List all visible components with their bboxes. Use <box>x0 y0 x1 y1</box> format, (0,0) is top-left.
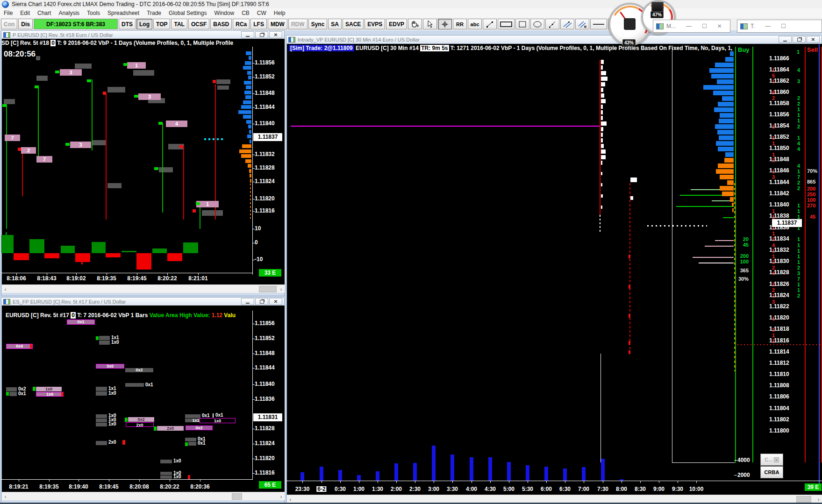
app-titlebar[interactable]: Sierra Chart 1420 Forex.cht LMAX Demo Tr… <box>0 0 822 8</box>
scroll-thumb[interactable] <box>259 286 277 292</box>
window-title: P EURUSD [C] Rev. 5t #18 Euro / US Dolla… <box>13 32 113 38</box>
menu-edit[interactable]: Edit <box>16 9 34 17</box>
tl-clock: 08:20:56 <box>4 50 36 59</box>
toolbar-button-dis[interactable]: Dis <box>18 19 33 29</box>
menu-analysis[interactable]: Analysis <box>55 9 83 17</box>
scroll-right-arrow[interactable]: › <box>815 496 822 503</box>
restore-button[interactable] <box>255 31 268 38</box>
maximize-button[interactable]: ☐ <box>702 23 707 29</box>
menu-trade[interactable]: Trade <box>143 9 165 17</box>
mini-window-icon <box>740 23 748 29</box>
close-icon[interactable]: x <box>774 457 779 462</box>
scroll-left-arrow[interactable]: ‹ <box>2 493 9 500</box>
text-tool-button[interactable]: abc <box>468 19 482 29</box>
menu-chart[interactable]: Chart <box>34 9 55 17</box>
window-title: Intrady_VP EURUSD [C] 30 Min #14 Euro / … <box>298 37 420 43</box>
crba-button[interactable]: CRBA <box>760 466 783 478</box>
close-chart-button-label: C... <box>765 457 772 462</box>
toolbar-button-sa[interactable]: SA <box>328 19 342 29</box>
menu-help[interactable]: Help <box>270 9 289 17</box>
toolbar-button-lfs[interactable]: LFS <box>250 19 267 29</box>
chart-area-18[interactable] <box>2 39 285 284</box>
trendline-tool-icon[interactable] <box>483 19 497 29</box>
rr-tool-button[interactable]: RR <box>453 19 467 29</box>
menu-spreadsheet[interactable]: Spreadsheet <box>104 9 143 17</box>
close-button[interactable]: ✕ <box>269 298 282 305</box>
window-icon <box>3 299 10 305</box>
toolbar-button-rdw[interactable]: RDW <box>288 19 307 29</box>
minimize-button[interactable] <box>241 31 254 38</box>
close-chart-button[interactable]: C...x <box>760 454 783 466</box>
hscrollbar-17: ‹ › <box>2 492 285 500</box>
r-chart-header: [Sim] Trade: 2@1.11809 EURUSD [C] 30 Min… <box>289 45 734 52</box>
scroll-left-arrow[interactable]: ‹ <box>287 496 294 503</box>
pointer-tool-icon[interactable] <box>423 19 437 29</box>
app-icon <box>2 1 9 8</box>
toolbar-button-tal[interactable]: TAL <box>171 19 187 29</box>
restore-button[interactable] <box>255 298 268 305</box>
minimize-button[interactable]: — <box>686 23 692 29</box>
minimize-button[interactable] <box>779 36 792 43</box>
scroll-right-arrow[interactable]: › <box>278 493 285 500</box>
menu-cb[interactable]: CB <box>238 9 253 17</box>
crosshair-tool-icon[interactable] <box>438 19 452 29</box>
chart-area-14[interactable] <box>287 44 822 495</box>
horizontal-line-tool-icon[interactable] <box>590 19 607 29</box>
toolbar-button-con[interactable]: Con <box>1 19 17 29</box>
rectangle-tool-icon[interactable] <box>515 19 529 29</box>
scroll-right-arrow[interactable]: › <box>278 285 285 292</box>
close-button[interactable]: ✕ <box>807 36 820 43</box>
parallel-ray-tool-icon[interactable]: R <box>575 19 589 29</box>
bl-header-box: 0 <box>71 312 76 319</box>
r-header-time-remaining: TR: 9m 5s <box>420 45 449 51</box>
close-button[interactable]: ✕ <box>269 31 282 38</box>
menu-cw[interactable]: CW <box>253 9 270 17</box>
mini-window-m[interactable]: M... — ☐ ✕ <box>653 20 730 33</box>
toolbar-button-basd[interactable]: BASD <box>210 19 232 29</box>
svg-text:R: R <box>584 25 586 28</box>
hscrollbar-18: ‹ › <box>2 284 285 293</box>
toolbar-button-rca[interactable]: RCa <box>233 19 250 29</box>
scroll-thumb[interactable] <box>232 493 242 500</box>
toolbar-button-mdw[interactable]: MDW <box>268 19 287 29</box>
rectangle-highlight-tool-icon[interactable] <box>498 19 515 29</box>
maximize-button[interactable]: ☐ <box>781 23 786 29</box>
toolbar-button-sync[interactable]: Sync <box>308 19 328 29</box>
r-header-study: T: 1271 2016-06-02 VbP - 1 Days (Volume … <box>449 45 734 51</box>
minimize-button[interactable]: — <box>765 23 771 29</box>
pan-tool-icon[interactable] <box>408 19 422 29</box>
toolbar-button-log[interactable]: Log <box>136 19 152 29</box>
menu-file[interactable]: File <box>0 9 16 17</box>
ray-tool-icon[interactable] <box>545 19 559 29</box>
scroll-thumb[interactable] <box>796 496 811 503</box>
menu-window[interactable]: Window <box>210 9 238 17</box>
toolbar-button-top[interactable]: TOP <box>153 19 170 29</box>
window-title: ES_FP EURUSD [C] Rev. 5t #17 Euro / US D… <box>13 299 126 305</box>
toolbar-button-df-18023-st-6-br-383[interactable]: DF:18023 ST:6 BR:383 <box>34 19 118 29</box>
window-titlebar-17[interactable]: ES_FP EURUSD [C] Rev. 5t #17 Euro / US D… <box>1 298 284 306</box>
toolbar-button-sace[interactable]: SACE <box>343 19 364 29</box>
tl-chart-header: SD [C] Rev. 5t #18 0 T: 9 2016-06-02 VbP… <box>1 40 243 47</box>
window-titlebar-14[interactable]: Intrady_VP EURUSD [C] 30 Min #14 Euro / … <box>286 35 822 44</box>
toolbar-button-dts[interactable]: DTS <box>119 19 136 29</box>
close-button[interactable]: ✕ <box>717 23 722 29</box>
scroll-left-arrow[interactable]: ‹ <box>2 285 9 292</box>
mini-window-t[interactable]: T. — ☐ <box>737 20 822 33</box>
minimize-button[interactable] <box>241 298 254 305</box>
ellipse-tool-icon[interactable] <box>530 19 544 29</box>
tl-header-box: 0 <box>50 40 56 46</box>
window-titlebar-18[interactable]: P EURUSD [C] Rev. 5t #18 Euro / US Dolla… <box>1 31 284 39</box>
bl-header-study: T: 7 2016-06-02 VbP 1 Bars <box>76 312 150 319</box>
window-chart-17: ES_FP EURUSD [C] Rev. 5t #17 Euro / US D… <box>1 297 285 503</box>
window-chart-18: P EURUSD [C] Rev. 5t #18 Euro / US Dolla… <box>1 30 285 296</box>
toolbar-button-evps[interactable]: EVPS <box>365 19 385 29</box>
r-header-sim-trade: [Sim] Trade: 2@1.11809 <box>289 45 354 51</box>
toolbar-button-edvp[interactable]: EDVP <box>386 19 407 29</box>
parallel-lines-tool-icon[interactable] <box>560 19 574 29</box>
toolbar-button-ocsf[interactable]: OCSF <box>188 19 209 29</box>
chart-area-17[interactable] <box>2 305 285 492</box>
restore-button[interactable] <box>793 36 806 43</box>
window-chart-14: Intrady_VP EURUSD [C] 30 Min #14 Euro / … <box>286 35 822 504</box>
menu-tools[interactable]: Tools <box>83 9 104 17</box>
menu-global-settings[interactable]: Global Settings <box>165 9 210 17</box>
